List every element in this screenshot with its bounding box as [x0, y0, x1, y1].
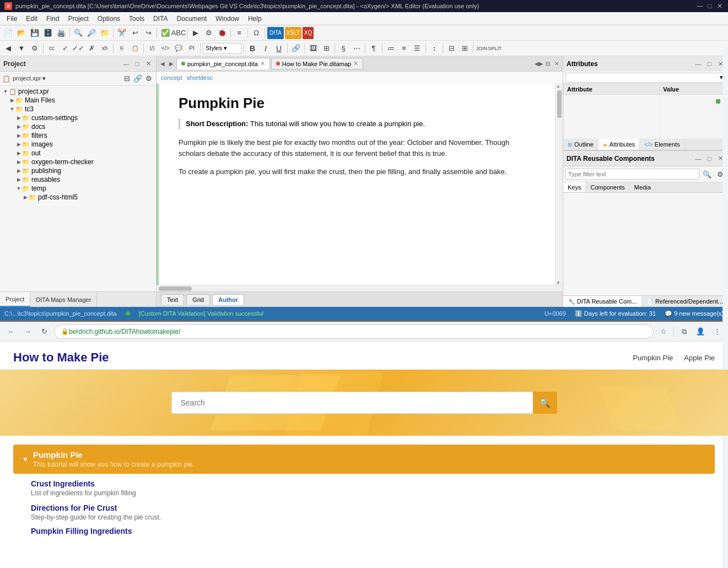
validate-btn2[interactable]: ✓	[59, 42, 71, 55]
list-ul-btn[interactable]: ≔	[385, 42, 397, 55]
edit-mode-text[interactable]: Text	[161, 294, 184, 305]
browser-search-input[interactable]	[171, 392, 533, 414]
browser-forward-btn[interactable]: →	[21, 325, 34, 338]
breadcrumb-shortdesc[interactable]: shortdesc	[187, 74, 213, 81]
table-button[interactable]: ⊞	[320, 42, 332, 55]
debug-button[interactable]: 🐞	[216, 27, 228, 39]
editor-scrollbar[interactable]: ▲ ▼	[555, 84, 563, 285]
browser-url-bar[interactable]: 🔒 berdrich.github.io/DITAhowtomakepie/	[54, 324, 654, 339]
minimize-button[interactable]: —	[696, 2, 704, 10]
list-item-btn[interactable]: ☰	[411, 42, 423, 55]
collapse-all-btn[interactable]: ⊟	[122, 74, 132, 84]
attr-tab-elements[interactable]: </> Elements	[640, 139, 684, 150]
save-button[interactable]: 💾	[29, 27, 41, 39]
menu-window[interactable]: Window	[211, 13, 244, 24]
paste-btn[interactable]: 📋	[129, 42, 141, 55]
browser-refresh-btn[interactable]: ↻	[37, 325, 51, 338]
tree-item-custom-settings[interactable]: ▶ 📁 custom-settings	[0, 113, 156, 122]
format-button[interactable]: ≡	[233, 27, 245, 39]
edit-mode-author[interactable]: Author	[212, 294, 244, 305]
cancel-btn[interactable]: ✗	[85, 42, 98, 55]
more-btn[interactable]: ⋯	[350, 42, 363, 55]
transform-button[interactable]: ⚙	[203, 27, 215, 39]
insert-special-button[interactable]: Ω	[250, 27, 262, 39]
menu-document[interactable]: Document	[172, 13, 212, 24]
h-scroll-thumb[interactable]	[159, 286, 192, 291]
image-button[interactable]: 🖼	[307, 42, 319, 55]
comment-btn[interactable]: 💬	[172, 42, 185, 55]
tree-item-oxygen[interactable]: ▶ 📁 oxygen-term-checker	[0, 158, 156, 166]
nav-prev-button[interactable]: ◀	[2, 42, 14, 55]
xslt-button[interactable]: XSLT	[285, 27, 301, 39]
menu-help[interactable]: Help	[244, 13, 266, 24]
edit-mode-grid[interactable]: Grid	[186, 294, 210, 305]
browser-menu-btn[interactable]: ⋮	[710, 325, 724, 338]
zoom-out-button[interactable]: 🔎	[85, 27, 98, 39]
sort-btn[interactable]: ↕	[428, 42, 440, 55]
tree-item-mainfiles[interactable]: ▶ 📁 Main Files	[0, 96, 156, 105]
spell-check-button[interactable]: ABC	[172, 27, 185, 39]
browser-profile-btn[interactable]: 👤	[694, 325, 707, 338]
bold-button[interactable]: B	[246, 42, 258, 55]
project-name[interactable]: 📋 project.xpr ▾	[2, 75, 46, 83]
tree-item-reusables[interactable]: ▶ 📁 reusables	[0, 175, 156, 184]
section-button[interactable]: §	[337, 42, 349, 55]
undo-button[interactable]: ↩	[129, 27, 141, 39]
tab-prev-btn[interactable]: ◀	[159, 60, 166, 68]
toc-sub-pumpkin-filling[interactable]: Pumpkin Filling Ingredients	[24, 524, 715, 538]
panel-tab-project[interactable]: Project	[0, 292, 30, 307]
underline-button[interactable]: U	[273, 42, 285, 55]
nav-link-pumpkin[interactable]: Pumpkin Pie	[633, 354, 673, 362]
browser-back-btn[interactable]: ←	[4, 325, 18, 338]
menu-file[interactable]: File	[2, 13, 21, 24]
tab-next-btn[interactable]: ▶	[168, 60, 175, 68]
browser-bookmark-btn[interactable]: ☆	[657, 325, 670, 338]
link-button[interactable]: 🔗	[290, 42, 302, 55]
italic-button[interactable]: I	[260, 42, 272, 55]
filter-button[interactable]: ▼	[15, 42, 28, 55]
tree-item-project-xpr[interactable]: ▼ 📋 project.xpr	[0, 87, 156, 96]
scroll-thumb[interactable]	[557, 90, 562, 118]
tree-item-tc3[interactable]: ▼ 📁 tc3	[0, 105, 156, 113]
reusable-search-btn[interactable]: 🔍	[702, 169, 713, 180]
cut-button[interactable]: ✂️	[116, 27, 128, 39]
para-btn[interactable]: ¶	[368, 42, 380, 55]
list-ol-btn[interactable]: ≡	[398, 42, 410, 55]
tab-close-ditamap[interactable]: ✕	[353, 60, 358, 67]
editor-h-scrollbar[interactable]	[157, 285, 563, 291]
editor-tab-ditamap[interactable]: How to Make Pie.ditamap ✕	[271, 58, 363, 69]
menu-edit[interactable]: Edit	[21, 13, 42, 24]
editor-tab-concept[interactable]: pumpkin_pie_concept.dita ✕	[176, 58, 270, 69]
reusable-bottom-tab-dita[interactable]: 🔧 DITA Reusable Com...	[563, 296, 642, 307]
redo-button[interactable]: ↪	[142, 27, 154, 39]
validate-button[interactable]: ✅	[159, 27, 171, 39]
styles-dropdown[interactable]: Styles ▾	[203, 43, 241, 54]
reusable-tab-keys[interactable]: Keys	[563, 182, 586, 192]
open-file-button[interactable]: 📂	[15, 27, 28, 39]
content-completion-button[interactable]: cc	[46, 42, 58, 55]
new-file-button[interactable]: 📄	[2, 27, 14, 39]
xq-button[interactable]: XQ	[303, 27, 314, 39]
reusable-tab-media[interactable]: Media	[630, 182, 656, 192]
split-view-btn[interactable]: ◀▶	[535, 60, 543, 68]
breadcrumb-concept[interactable]: concept	[161, 74, 182, 81]
tag-btn[interactable]: ⟨/⟩	[146, 42, 158, 55]
tree-item-images[interactable]: ▶ 📁 images	[0, 140, 156, 149]
validate-doc-btn[interactable]: ✓✓	[72, 42, 84, 55]
link-editor-btn[interactable]: 🔗	[133, 74, 143, 84]
project-settings-btn[interactable]: ⚙	[144, 74, 154, 84]
scroll-down-btn[interactable]: ▼	[556, 280, 561, 285]
attr-min-btn[interactable]: —	[694, 59, 703, 68]
tree-item-docs[interactable]: ▶ 📁 docs	[0, 122, 156, 131]
insert-row-btn[interactable]: ⊞	[459, 42, 471, 55]
attr-tab-attributes[interactable]: ◈ Attributes	[598, 139, 640, 150]
xhtml-btn[interactable]: xh	[99, 42, 111, 55]
tab-close-concept[interactable]: ✕	[260, 60, 265, 67]
split-btn[interactable]: SPLIT	[489, 42, 501, 55]
process-btn[interactable]: PI	[186, 42, 198, 55]
zoom-in-button[interactable]: 🔍	[72, 27, 84, 39]
attr-max-btn[interactable]: □	[705, 59, 714, 68]
panel-close-btn[interactable]: ✕	[144, 59, 153, 68]
copy-btn[interactable]: ⎘	[116, 42, 128, 55]
panel-maximize-btn[interactable]: □	[133, 59, 142, 68]
